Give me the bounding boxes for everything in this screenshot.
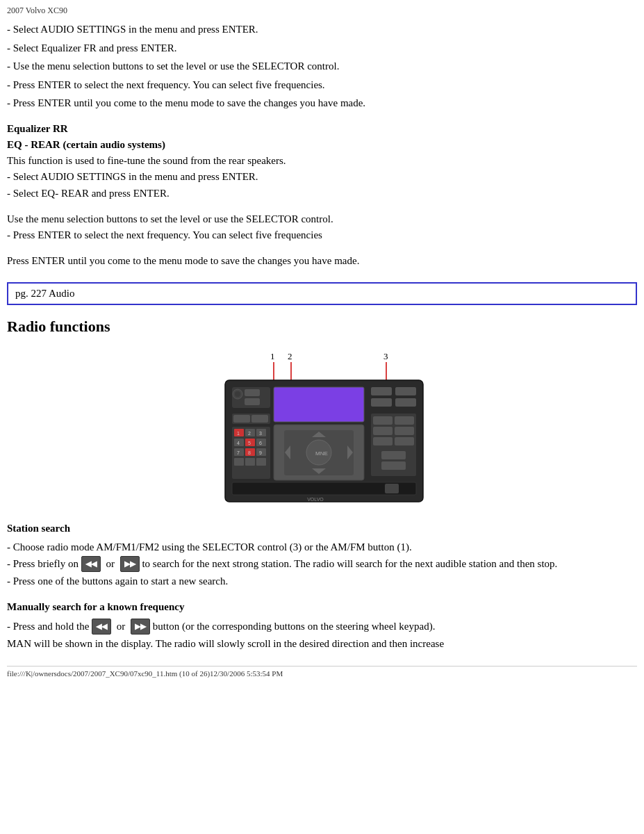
svg-text:MNE: MNE [315,450,328,457]
station-search-section: Station search - Choose radio mode AM/FM… [7,521,637,589]
eq-s2-line2: - Press ENTER to select the next frequen… [7,227,637,243]
eq-s2-line1: Use the menu selection buttons to set th… [7,211,637,227]
svg-text:4: 4 [237,441,240,445]
intro-line-4: - Press ENTER to select the next frequen… [7,77,637,93]
ss-line2-or: or [106,558,115,569]
intro-line-2: - Select Equalizer FR and press ENTER. [7,40,637,56]
header-title: 2007 Volvo XC90 [7,6,67,15]
svg-text:2: 2 [248,431,251,436]
svg-text:5: 5 [248,441,251,445]
ms-prev-button[interactable]: ◀◀ [92,619,111,635]
svg-rect-54 [373,416,393,425]
manual-search-line2: MAN will be shown in the display. The ra… [7,636,637,652]
svg-text:1: 1 [237,431,240,436]
manual-search-section: Manually search for a known frequency - … [7,599,637,652]
ms-next-button[interactable]: ▶▶ [131,619,150,635]
ss-line2-pre: - Press briefly on [7,558,79,569]
eq-rr-title1: Equalizer RR [7,121,637,137]
svg-text:3: 3 [259,431,262,436]
radio-functions-title: Radio functions [7,318,637,336]
svg-point-12 [235,391,240,397]
eq-rr-section: Equalizer RR EQ - REAR (certain audio sy… [7,121,637,202]
ss-line2-post: to search for the next strong station. T… [142,558,557,569]
svg-rect-58 [373,437,393,445]
station-search-line1: - Choose radio mode AM/FM1/FM2 using the… [7,539,637,555]
intro-line-1: - Select AUDIO SETTINGS in the menu and … [7,22,637,38]
svg-text:3: 3 [383,351,388,361]
svg-text:1: 1 [270,351,275,361]
svg-text:6: 6 [259,441,262,445]
svg-text:7: 7 [237,450,240,455]
svg-text:8: 8 [248,450,251,455]
svg-rect-60 [381,451,406,459]
intro-line-5: - Press ENTER until you come to the menu… [7,95,637,111]
svg-rect-42 [245,458,255,466]
svg-text:2: 2 [288,351,292,361]
eq-rr-title2: EQ - REAR (certain audio systems) [7,137,637,153]
ms-line1-or: or [117,621,126,632]
svg-rect-63 [385,484,399,493]
svg-rect-16 [371,387,392,395]
eq-rr-section2: Use the menu selection buttons to set th… [7,211,637,244]
page-ref-box: pg. 227 Audio [7,282,637,305]
svg-rect-56 [373,427,393,435]
eq-rr-line1: - Select AUDIO SETTINGS in the menu and … [7,169,637,185]
next-station-button[interactable]: ▶▶ [120,556,140,572]
svg-rect-14 [245,398,260,405]
svg-rect-59 [395,437,414,445]
svg-rect-55 [395,416,414,425]
svg-rect-15 [274,387,364,422]
page-header: 2007 Volvo XC90 [7,6,637,16]
eq-rr-line2: - Select EQ- REAR and press ENTER. [7,186,637,202]
manual-search-line1: - Press and hold the ◀◀ or ▶▶ button (or… [7,618,637,636]
svg-rect-41 [234,458,244,466]
station-search-line3: - Press one of the buttons again to star… [7,573,637,589]
intro-line-3: - Use the menu selection buttons to set … [7,58,637,74]
eq-rr-body: This function is used to fine-tune the s… [7,153,637,169]
eq-rr-section3: Press ENTER until you come to the menu m… [7,253,637,269]
station-search-title: Station search [7,521,637,537]
radio-image-container: 1 2 3 MN [7,347,637,507]
footer-bar: file:///K|/ownersdocs/2007/2007_XC90/07x… [7,666,637,678]
eq-s3-line1: Press ENTER until you come to the menu m… [7,253,637,269]
svg-rect-13 [245,389,260,396]
radio-panel-svg: 1 2 3 MN [204,347,440,507]
svg-rect-17 [371,398,392,407]
footer-text: file:///K|/ownersdocs/2007/2007_XC90/07x… [7,669,283,678]
svg-rect-21 [233,415,250,423]
station-search-line2: - Press briefly on ◀◀ or ▶▶ to search fo… [7,555,637,573]
svg-rect-19 [395,398,416,407]
svg-rect-57 [395,427,414,435]
svg-rect-43 [256,458,266,466]
intro-content: - Select AUDIO SETTINGS in the menu and … [7,22,637,111]
ms-line1-post: button (or the corresponding buttons on … [153,621,436,632]
page-ref-text: pg. 227 Audio [15,288,74,299]
svg-rect-18 [395,387,416,395]
ms-line1-pre: - Press and hold the [7,621,89,632]
svg-text:9: 9 [259,450,262,455]
prev-station-button[interactable]: ◀◀ [81,556,101,572]
svg-rect-22 [251,415,268,423]
svg-rect-61 [381,461,406,470]
svg-text:VOLVO: VOLVO [307,497,324,502]
manual-search-title: Manually search for a known frequency [7,599,637,615]
